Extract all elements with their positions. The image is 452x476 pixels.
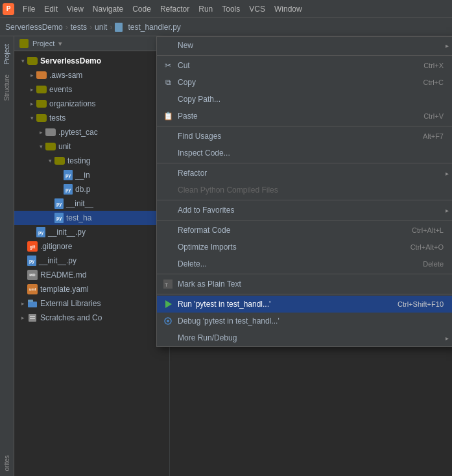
- file-icon-init-unit: [54, 198, 64, 209]
- tree-aws-sam[interactable]: .aws-sam: [14, 68, 169, 82]
- menu-tools[interactable]: Tools: [217, 3, 244, 16]
- arrow-organizations: [29, 101, 35, 107]
- ctx-copy-shortcut: Ctrl+C: [423, 78, 444, 86]
- tree-init-unit[interactable]: __init__: [14, 196, 169, 211]
- tree-organizations[interactable]: organizations: [14, 97, 169, 111]
- folder-icon-events: [36, 86, 47, 93]
- ctx-paste[interactable]: 📋 Paste Ctrl+V: [157, 108, 452, 125]
- ctx-delete-label: Delete...: [178, 259, 410, 268]
- db-label: db.p: [75, 185, 90, 194]
- ctx-copy-path-label: Copy Path...: [178, 95, 444, 104]
- svg-text:T: T: [165, 282, 168, 288]
- file-icon-readme: MD: [27, 270, 38, 280]
- ctx-divider-2: [157, 126, 452, 126]
- arrow-aws-sam: [29, 72, 35, 78]
- menu-window[interactable]: Window: [270, 3, 307, 16]
- ctx-optimize[interactable]: Optimize Imports Ctrl+Alt+O: [157, 239, 452, 256]
- ctx-inspect-code[interactable]: Inspect Code...: [157, 145, 452, 161]
- breadcrumb-tests[interactable]: tests: [71, 23, 87, 32]
- copy-icon: ⧉: [162, 77, 174, 88]
- arrow-testing: [47, 158, 53, 164]
- tree-ext-libs[interactable]: External Libraries: [14, 296, 169, 311]
- testing-label: testing: [67, 156, 90, 165]
- ctx-find-usages[interactable]: Find Usages Alt+F7: [157, 128, 452, 145]
- readme-label: README.md: [40, 270, 86, 280]
- folder-icon-unit: [45, 143, 56, 150]
- ctx-refactor[interactable]: Refactor: [157, 165, 452, 182]
- arrow-scratches: [19, 315, 26, 321]
- menu-refactor[interactable]: Refactor: [156, 3, 194, 16]
- ctx-copy-label: Copy: [178, 78, 410, 87]
- menu-edit[interactable]: Edit: [40, 3, 62, 16]
- ctx-delete[interactable]: Delete... Delete: [157, 256, 452, 272]
- tree-testing[interactable]: testing: [14, 154, 169, 168]
- ctx-mark-plain[interactable]: T Mark as Plain Text: [157, 276, 452, 292]
- panel-dropdown-icon[interactable]: ▾: [58, 40, 62, 48]
- tree-test-handler[interactable]: test_ha: [14, 211, 169, 225]
- tree-area: ServerlessDemo .aws-sam events organizat…: [14, 51, 169, 327]
- ctx-debug[interactable]: Debug 'pytest in test_handl...': [157, 313, 452, 329]
- svg-rect-1: [28, 300, 33, 302]
- ctx-more-run-label: More Run/Debug: [178, 333, 444, 342]
- file-icon-init-1: [64, 170, 73, 180]
- breadcrumb-serverlessdemo[interactable]: ServerlessDemo: [5, 23, 63, 32]
- ctx-cut[interactable]: ✂ Cut Ctrl+X: [157, 57, 452, 74]
- ctx-cut-shortcut: Ctrl+X: [423, 62, 444, 69]
- folder-icon-aws-sam: [36, 71, 47, 79]
- tree-root[interactable]: ServerlessDemo: [14, 54, 169, 68]
- panel-title: Project: [32, 40, 54, 47]
- ctx-clean[interactable]: Clean Python Compiled Files: [157, 182, 452, 198]
- sidebar-tab-structure[interactable]: Structure: [2, 69, 12, 106]
- ctx-debug-label: Debug 'pytest in test_handl...': [178, 316, 444, 326]
- ctx-copy-path[interactable]: Copy Path...: [157, 91, 452, 108]
- ctx-run[interactable]: Run 'pytest in test_handl...' Ctrl+Shift…: [157, 296, 452, 313]
- init-1-label: __in: [75, 171, 90, 180]
- menu-code[interactable]: Code: [128, 3, 156, 16]
- ctx-clean-label: Clean Python Compiled Files: [178, 185, 444, 195]
- menu-view[interactable]: View: [62, 3, 88, 16]
- svg-marker-7: [165, 300, 172, 308]
- menu-vcs[interactable]: VCS: [244, 3, 270, 16]
- ctx-divider-5: [157, 220, 452, 220]
- init-root-label: __init__.py: [39, 256, 77, 265]
- organizations-label: organizations: [49, 99, 95, 108]
- ctx-divider-1: [157, 55, 452, 56]
- tree-gitignore[interactable]: git .gitignore: [14, 239, 169, 254]
- ctx-more-run[interactable]: More Run/Debug: [157, 329, 452, 346]
- tree-unit[interactable]: unit: [14, 139, 169, 154]
- sidebar-tab-project[interactable]: Project: [2, 39, 12, 69]
- ctx-favorites-label: Add to Favorites: [178, 206, 444, 215]
- tree-template[interactable]: yml template.yaml: [14, 282, 169, 296]
- events-label: events: [49, 85, 72, 94]
- menu-file[interactable]: File: [18, 3, 40, 16]
- ctx-divider-7: [157, 294, 452, 294]
- file-icon: [115, 23, 123, 32]
- test-handler-label: test_ha: [66, 213, 91, 222]
- menu-navigate[interactable]: Navigate: [88, 3, 128, 16]
- tree-events[interactable]: events: [14, 82, 169, 97]
- ctx-reformat[interactable]: Reformat Code Ctrl+Alt+L: [157, 222, 452, 239]
- tests-tree-label: tests: [49, 113, 65, 123]
- file-icon-init-root: [27, 256, 36, 266]
- menu-run[interactable]: Run: [194, 3, 217, 16]
- tree-pytest-cac[interactable]: .pytest_cac: [14, 125, 169, 139]
- ctx-copy[interactable]: ⧉ Copy Ctrl+C: [157, 74, 452, 91]
- ctx-favorites[interactable]: Add to Favorites: [157, 202, 452, 219]
- breadcrumb-file[interactable]: test_handler.py: [115, 23, 180, 32]
- serverlessdemo-label: ServerlessDemo: [5, 23, 63, 32]
- tree-readme[interactable]: MD README.md: [14, 268, 169, 282]
- ctx-inspect-code-label: Inspect Code...: [178, 149, 444, 158]
- tree-db[interactable]: db.p: [14, 182, 169, 196]
- tree-scratches[interactable]: Scratches and Co: [14, 311, 169, 325]
- ctx-new[interactable]: New: [157, 37, 452, 54]
- sidebar-tab-favorites[interactable]: orites: [2, 450, 12, 476]
- ctx-divider-3: [157, 163, 452, 163]
- svg-rect-0: [28, 302, 37, 307]
- tree-init-root[interactable]: __init__.py: [14, 254, 169, 268]
- aws-sam-label: .aws-sam: [49, 71, 82, 80]
- tree-init-1[interactable]: __in: [14, 168, 169, 182]
- tree-init-tests[interactable]: __init__.py: [14, 225, 169, 239]
- breadcrumb-sep-3: ›: [110, 23, 112, 32]
- breadcrumb-unit[interactable]: unit: [95, 23, 107, 32]
- tree-tests[interactable]: tests: [14, 111, 169, 125]
